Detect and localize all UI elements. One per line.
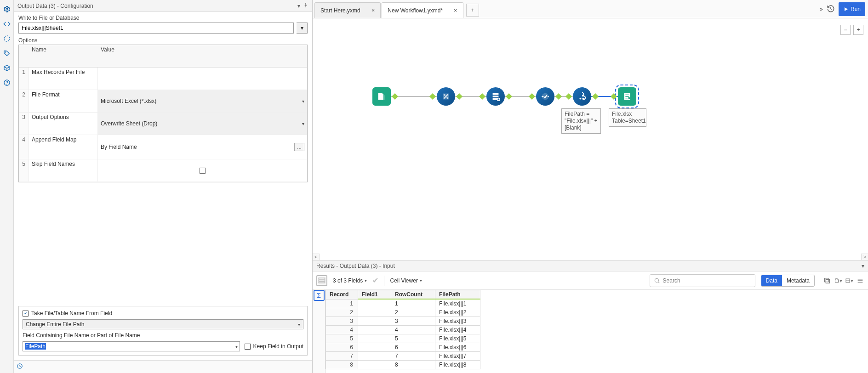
svg-rect-25 [836, 279, 837, 280]
menu-icon[interactable] [856, 277, 864, 285]
scroll-left-indicator[interactable]: < [313, 254, 320, 260]
sync-icon[interactable] [17, 363, 23, 371]
search-icon [654, 277, 660, 284]
take-file-section: Take File/Table Name From Field Change E… [18, 306, 308, 356]
workflow-canvas[interactable]: − + [313, 18, 868, 260]
svg-rect-23 [826, 279, 829, 283]
search-input[interactable] [663, 277, 751, 284]
config-header: Output Data (3) - Configuration ▾ [14, 0, 312, 12]
svg-rect-19 [319, 280, 325, 281]
navigate-icon[interactable] [2, 34, 11, 43]
history-icon[interactable] [827, 5, 835, 14]
run-button[interactable]: Run [839, 2, 865, 16]
opt-output-options-value[interactable]: Overwrite Sheet (Drop) [98, 113, 307, 135]
output-tool[interactable] [618, 87, 636, 106]
messages-view-icon[interactable] [316, 275, 327, 286]
field-containing-label: Field Containing File Name or Part of Fi… [23, 332, 303, 339]
table-row[interactable]: 77File.xlsx|||7 [326, 352, 480, 361]
svg-rect-26 [846, 279, 850, 283]
config-title: Output Data (3) - Configuration [17, 3, 93, 9]
opt-file-format: File Format [29, 90, 98, 113]
svg-point-4 [6, 84, 7, 85]
opt-append-map-value[interactable]: By Field Name… [98, 135, 307, 159]
data-cleansing-tool[interactable] [437, 87, 455, 106]
data-metadata-toggle[interactable]: Data Metadata [761, 275, 815, 287]
results-toolbar: 3 of 3 Fields ✔ Cell Viewer Data Metadat… [313, 271, 868, 290]
col-filepath[interactable]: FilePath [435, 290, 480, 300]
cell-viewer-dropdown[interactable]: Cell Viewer [390, 277, 422, 284]
col-field1[interactable]: Field1 [358, 290, 391, 300]
table-row[interactable]: 88File.xlsx|||8 [326, 361, 480, 369]
col-name: Name [29, 45, 98, 68]
col-rowcount[interactable]: RowCount [391, 290, 435, 300]
configuration-panel: Output Data (3) - Configuration ▾ Write … [0, 0, 313, 373]
results-panel: Results - Output Data (3) - Input ▾ 3 of… [313, 260, 868, 373]
seg-data[interactable]: Data [761, 275, 782, 286]
svg-rect-18 [319, 278, 325, 279]
gear-icon[interactable] [2, 5, 11, 14]
output-annotation: File.xlsx Table=Sheet1 [609, 108, 646, 127]
tab-start-here[interactable]: Start Here.yxmd× [314, 2, 381, 18]
pin-icon[interactable] [303, 2, 308, 9]
results-table: Record Field1 RowCount FilePath 11File.x… [326, 290, 480, 369]
svg-rect-20 [319, 282, 325, 283]
apply-icon[interactable]: ✔ [372, 276, 378, 285]
field-name-select[interactable]: FilePath [23, 341, 240, 351]
results-search[interactable] [650, 274, 755, 287]
chevron-down-icon[interactable]: ▾ [297, 3, 300, 9]
svg-point-1 [4, 36, 10, 41]
table-row[interactable]: 22File.xlsx|||2 [326, 308, 480, 317]
select-tool[interactable] [536, 87, 554, 106]
svg-point-16 [583, 98, 585, 100]
opt-skip-names-value[interactable] [98, 159, 307, 182]
take-file-checkbox[interactable] [23, 311, 29, 316]
change-mode-select[interactable]: Change Entire File Path [23, 319, 303, 329]
tag-icon[interactable] [2, 49, 11, 58]
config-side-tabs [0, 0, 14, 373]
input-tool[interactable] [372, 87, 391, 106]
table-row[interactable]: 66File.xlsx|||6 [326, 343, 480, 352]
copy-icon[interactable] [823, 277, 831, 285]
table-row[interactable]: 11File.xlsx|||1 [326, 299, 480, 308]
opt-file-format-value[interactable]: Microsoft Excel (*.xlsx) [98, 90, 307, 113]
col-record[interactable]: Record [326, 290, 358, 300]
results-side-icons: Σ [313, 290, 326, 373]
keep-field-label: Keep Field in Output [253, 343, 303, 350]
take-file-label: Take File/Table Name From Field [31, 310, 112, 316]
tab-new-workflow[interactable]: New Workflow1.yxmd*× [382, 2, 463, 18]
options-label: Options [18, 37, 308, 44]
svg-point-13 [542, 96, 543, 97]
close-icon[interactable]: × [454, 7, 457, 14]
formula-tool[interactable] [573, 87, 591, 106]
close-icon[interactable]: × [371, 7, 375, 14]
add-tab-button[interactable]: + [466, 4, 479, 17]
box-icon[interactable] [2, 63, 11, 73]
svg-rect-24 [825, 278, 828, 282]
help-icon[interactable] [2, 78, 11, 87]
keep-field-checkbox[interactable] [245, 344, 251, 350]
opt-max-records-value[interactable] [98, 68, 307, 90]
table-row[interactable]: 33File.xlsx|||3 [326, 317, 480, 326]
svg-marker-6 [845, 7, 848, 11]
ellipsis-icon[interactable]: … [294, 143, 304, 151]
svg-point-21 [655, 278, 658, 282]
table-row[interactable]: 55File.xlsx|||5 [326, 334, 480, 343]
sigma-icon[interactable]: Σ [314, 290, 325, 301]
scroll-right-indicator[interactable]: > [861, 254, 868, 260]
opt-append-map: Append Field Map [29, 135, 98, 159]
fields-dropdown[interactable]: 3 of 3 Fields [333, 277, 367, 284]
table-row[interactable]: 44File.xlsx|||4 [326, 326, 480, 334]
code-icon[interactable] [2, 19, 11, 28]
opt-output-options: Output Options [29, 113, 98, 135]
output-path-input[interactable] [18, 23, 294, 34]
chevron-down-icon[interactable]: ▾ [862, 263, 864, 269]
more-icon[interactable]: » [820, 6, 823, 12]
path-dropdown-button[interactable]: ▾ [297, 23, 308, 34]
seg-metadata[interactable]: Metadata [782, 275, 814, 286]
layout-icon[interactable]: ▾ [845, 277, 853, 285]
svg-rect-8 [493, 93, 499, 95]
records-tool[interactable] [486, 87, 505, 106]
svg-point-2 [5, 52, 6, 52]
svg-rect-9 [493, 96, 499, 97]
save-icon[interactable]: ▾ [834, 277, 842, 285]
